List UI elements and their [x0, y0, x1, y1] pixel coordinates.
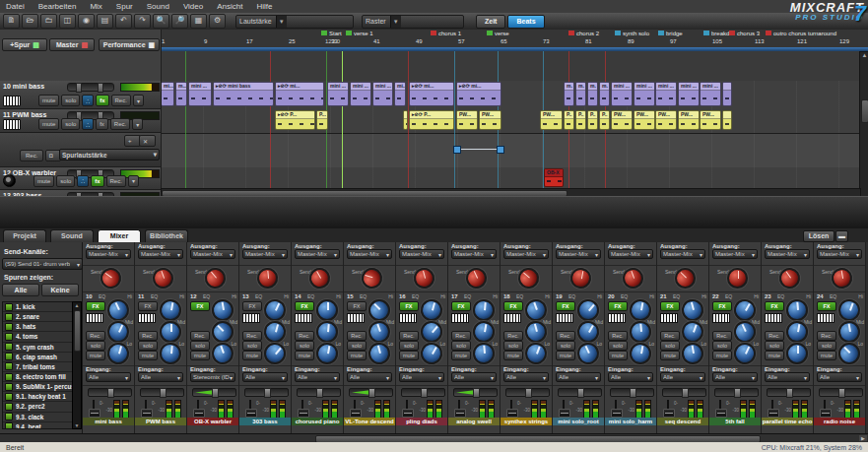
output-dropdown[interactable]: Master-Mix▾ [451, 249, 497, 259]
automation-node[interactable] [453, 146, 461, 154]
arrange-hscrollbar[interactable] [161, 188, 861, 196]
undo-icon[interactable]: ↶ [115, 14, 132, 29]
mute-button[interactable]: mute [38, 118, 59, 130]
solo-button[interactable]: solo [295, 341, 314, 351]
input-dropdown[interactable]: Alle▾ [503, 372, 549, 382]
pan-slider[interactable] [88, 388, 132, 397]
pan-slider[interactable] [819, 388, 863, 397]
input-dropdown[interactable]: Alle▾ [712, 372, 758, 382]
zoom-in-icon[interactable]: 🔍 [153, 14, 169, 29]
record-arm-button[interactable]: Rec. [451, 331, 471, 341]
record-arm-button[interactable]: Rec. [111, 95, 131, 106]
fader-handle[interactable] [89, 409, 100, 418]
clip[interactable]: mini ... [188, 82, 212, 106]
record-arm-button[interactable]: Rec. [242, 331, 262, 341]
pan-slider[interactable] [349, 388, 393, 397]
mute-button[interactable]: mute [451, 351, 471, 360]
record-arm-button[interactable]: Rec. [608, 331, 628, 341]
clip[interactable]: P.. [564, 110, 574, 130]
clip[interactable]: ▸⊘⟳ mini bass [213, 82, 274, 106]
track-active-led[interactable] [5, 343, 13, 351]
track-active-led[interactable] [5, 333, 13, 341]
clip[interactable]: mini ... [372, 82, 393, 106]
output-dropdown[interactable]: Master-Mix▾ [138, 249, 183, 259]
send-knob[interactable] [256, 267, 279, 290]
output-dropdown[interactable]: Master-Mix▾ [295, 249, 340, 259]
channel-name[interactable]: pling diads [396, 418, 447, 425]
track-active-led[interactable] [5, 353, 13, 360]
chevron-down-icon[interactable]: ▾ [133, 95, 144, 106]
clip[interactable]: m. [564, 82, 574, 106]
output-dropdown[interactable]: Master-Mix▾ [190, 249, 235, 259]
record-arm-button[interactable]: Rec. [295, 331, 314, 341]
fx-button[interactable]: FX [608, 301, 628, 311]
channel-name[interactable]: seq descend [657, 418, 708, 425]
track-lane-11[interactable] [161, 109, 868, 134]
clip[interactable]: P... [316, 110, 328, 130]
scroll-up-icon[interactable]: ▲ [860, 52, 868, 58]
menu-hilfe[interactable]: Hilfe [256, 2, 272, 11]
fader-handle[interactable] [245, 409, 257, 418]
pan-slider[interactable] [714, 388, 759, 397]
record-arm-button[interactable]: Rec. [106, 175, 126, 187]
clip[interactable]: mi... [394, 82, 406, 106]
input-dropdown[interactable]: Alle▾ [399, 372, 444, 382]
solo-button[interactable]: solo [817, 341, 836, 351]
channel-name[interactable]: radio noise [814, 418, 865, 425]
tab-bibliothek[interactable]: Bibliothek [145, 229, 188, 242]
solo-button[interactable]: solo [138, 341, 158, 351]
solo-button[interactable]: solo [190, 341, 210, 351]
time-mode-button[interactable]: Zeit [476, 15, 505, 29]
pan-slider[interactable] [401, 388, 445, 397]
fader-handle[interactable] [663, 409, 675, 418]
mixdown-icon[interactable]: ▤ [97, 14, 113, 29]
menu-mix[interactable]: Mix [90, 2, 101, 11]
fader-handle[interactable] [768, 409, 779, 418]
clip[interactable]: PW... [540, 110, 563, 130]
solo-button[interactable]: solo [242, 341, 262, 351]
clip[interactable]: mini ... [678, 82, 700, 106]
clip[interactable]: m. [575, 82, 586, 106]
mute-button[interactable]: mute [503, 351, 523, 360]
track-active-led[interactable] [5, 323, 13, 331]
output-dropdown[interactable]: Master-Mix▾ [712, 249, 758, 259]
fx-button[interactable]: FX [556, 301, 575, 311]
list-item[interactable]: 9. SubMix 1- percus... [3, 382, 72, 392]
show-all-button[interactable]: Alle [2, 284, 39, 296]
fx-button[interactable]: FX [138, 301, 158, 311]
list-item[interactable]: 5. cym crash [3, 343, 72, 353]
mute-button[interactable]: mute [765, 351, 784, 360]
save-icon[interactable]: ◫ [59, 14, 76, 29]
record-arm-button[interactable]: Rec. [138, 331, 158, 341]
clip[interactable]: P.. [599, 110, 610, 130]
menu-video[interactable]: Video [183, 2, 203, 11]
list-item[interactable]: 7. tribal toms [3, 362, 72, 372]
fx-button[interactable]: fx [91, 175, 103, 187]
mute-button[interactable]: mute [190, 351, 210, 360]
output-dropdown[interactable]: Master-Mix▾ [86, 249, 131, 259]
solo-button[interactable]: solo [451, 341, 471, 351]
list-item[interactable]: 4. toms [3, 332, 72, 342]
clip[interactable]: PW... [634, 110, 655, 130]
clip[interactable]: ▸⊘⟳ P... [275, 110, 315, 130]
fx-button[interactable]: FX [86, 301, 105, 311]
input-dropdown[interactable]: Alle▾ [451, 372, 497, 382]
fader-handle[interactable] [454, 409, 466, 418]
mute-button[interactable]: mute [33, 175, 54, 187]
chevron-down-icon[interactable]: ▾ [128, 175, 139, 187]
add-track-button[interactable]: +Spur▤ [2, 38, 47, 51]
solo-button[interactable]: solo [56, 175, 75, 187]
clip[interactable]: PW... [456, 110, 478, 130]
track-active-led[interactable] [5, 393, 13, 401]
channel-name[interactable]: synthex strings [501, 418, 552, 425]
mute-button[interactable]: mute [242, 351, 262, 360]
clip[interactable]: ▸⊘⟳ mi... [456, 82, 501, 106]
clip[interactable]: mini ... [655, 82, 677, 106]
list-item[interactable]: 8. electro tom fill [3, 372, 72, 382]
clip[interactable]: P.. [575, 110, 586, 130]
fx-button[interactable]: fx [96, 95, 108, 106]
clip[interactable]: PW... [611, 110, 633, 130]
track-active-led[interactable] [5, 383, 13, 391]
list-item[interactable]: 9.1. hacky beat 1 [3, 392, 72, 402]
clip[interactable]: m... [175, 82, 187, 106]
